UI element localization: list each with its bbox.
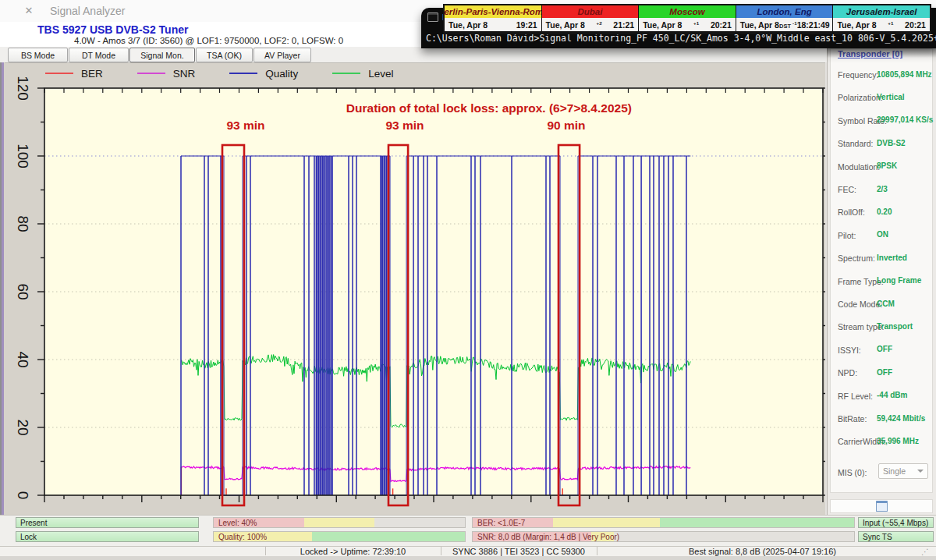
panel-button[interactable] <box>830 499 933 513</box>
tab-av-player[interactable]: AV Player <box>254 48 311 62</box>
badge-lock: Lock <box>16 531 199 542</box>
clock-time: 18:21:49 <box>797 20 830 30</box>
clock-offset: +1 <box>877 20 906 30</box>
clock-column: DubaiTue, Apr 8+221:21 <box>542 5 639 33</box>
tab-dt-mode[interactable]: DT Mode <box>69 48 129 62</box>
badge-input-55-4-mbps: Input (~55,4 Mbps) <box>858 517 934 528</box>
tuner-name: TBS 5927 USB DVB-S2 Tuner <box>37 23 188 36</box>
resize-grip[interactable]: ⋰ <box>921 548 929 556</box>
param-value: 59,424 Mbit/s <box>877 414 925 423</box>
window-title: Signal Analyzer <box>50 5 126 17</box>
param-label: RollOff: <box>838 207 865 217</box>
status-uptime: Locked -> Uptime: 72:39:10 <box>265 547 441 556</box>
clock-date: Tue, Apr 8 <box>837 20 876 30</box>
param-label: Pilot: <box>838 231 856 240</box>
param-value: 10805,894 MHz <box>877 70 932 79</box>
param-label: NPD: <box>838 368 857 377</box>
param-label: Standard: <box>838 139 874 148</box>
clock-time-row: Tue, Apr 8+120:21 <box>639 18 736 31</box>
svg-text:60: 60 <box>15 283 31 299</box>
svg-text:40: 40 <box>15 351 31 367</box>
terminal-prompt[interactable]: C:\Users\Roman Dávid>Signal Monitoring_P… <box>426 33 934 44</box>
param-value: 29997,014 KS/s <box>877 115 933 124</box>
clock-city: Moscow <box>639 5 736 18</box>
app-icon: ✕ <box>23 5 34 16</box>
clock-time: 21:21 <box>613 20 634 30</box>
param-label: BitRate: <box>838 414 867 424</box>
param-value: 35,996 MHz <box>877 437 919 445</box>
clock-time-row: Tue, Apr 8+221:21 <box>542 18 639 31</box>
param-value: 2/3 <box>877 185 888 193</box>
status-counters: SYNC 3886 | TEI 3523 | CC 59300 <box>441 547 597 556</box>
svg-text:120: 120 <box>15 76 31 101</box>
bar-quality: Quality: 100% <box>213 531 466 542</box>
clock-time-row: Tue, Apr 8+120:21 <box>833 18 930 31</box>
param-value: DVB-S2 <box>877 139 906 147</box>
param-label: Code Mode: <box>838 299 882 309</box>
clock-offset: +2 <box>585 20 614 30</box>
mis-label: MIS (0): <box>838 468 867 477</box>
clock-date: Tue, Apr 8 <box>448 20 488 30</box>
clock-time: 20:21 <box>905 20 926 30</box>
chevron-down-icon <box>917 470 924 473</box>
svg-text:0: 0 <box>15 491 31 500</box>
terminal-shadow <box>827 48 936 58</box>
bar-snr: SNR: 8,0 dB (Margin: 1,4 dB | Very Poor) <box>472 531 855 542</box>
clock-city: Jerusalem-Israel <box>833 5 930 18</box>
svg-text:100: 100 <box>15 144 31 168</box>
clock-offset: DST -1 <box>779 20 797 30</box>
world-clock-panel[interactable]: Berlin-Paris-Vienna-RomaTue, Apr 819:21D… <box>443 4 931 34</box>
clock-date: Tue, Apr 8 <box>546 20 585 30</box>
clock-column: Berlin-Paris-Vienna-RomaTue, Apr 819:21 <box>445 5 541 33</box>
tab-tsa-ok[interactable]: TSA (OK) <box>196 48 253 62</box>
tab-signal-mon[interactable]: Signal Mon. <box>129 48 195 62</box>
badge-sync-ts: Sync TS <box>858 531 934 542</box>
mis-selected-value: Single <box>883 466 906 476</box>
param-label: Spectrum: <box>838 253 875 263</box>
status-divider <box>597 547 597 555</box>
svg-text:Duration of total lock loss: a: Duration of total lock loss: approx. (6>… <box>346 101 632 115</box>
param-label: Frequency: <box>838 70 879 80</box>
signal-monitor-plot: 02040608010012093 min93 min90 minDuratio… <box>5 62 825 515</box>
clock-city: London, Eng <box>736 5 833 18</box>
clock-column: London, EngTue, Apr 8DST -118:21:49 <box>736 5 833 33</box>
param-label: FEC: <box>838 185 856 194</box>
param-value: ON <box>877 230 888 239</box>
clock-date: Tue, Apr 8 <box>740 20 779 30</box>
clock-date: Tue, Apr 8 <box>643 20 682 30</box>
svg-text:20: 20 <box>15 419 31 435</box>
status-best-signal: Best signal: 8,8 dB (2025-04-07 19:16) <box>597 547 928 556</box>
svg-text:90 min: 90 min <box>547 119 585 132</box>
tuner-details: 4.0W - Amos 3/7 (ID: 3560) @ LOF1: 97500… <box>74 36 343 45</box>
param-value: OFF <box>877 368 892 377</box>
param-value: 8PSK <box>877 161 897 170</box>
bar-level: Level: 40% <box>213 517 466 528</box>
param-label: RF Level: <box>838 392 873 401</box>
clock-city: Berlin-Paris-Vienna-Roma <box>445 5 541 18</box>
status-divider <box>265 547 266 555</box>
clock-column: Jerusalem-IsraelTue, Apr 8+120:21 <box>833 5 930 33</box>
param-value: Inverted <box>877 253 907 262</box>
terminal-icon <box>427 12 438 22</box>
param-value: OFF <box>877 345 892 353</box>
bar-ber: BER: <1.0E-7 <box>472 517 855 528</box>
param-value: Long Frame <box>877 276 921 285</box>
param-value: CCM <box>877 299 895 308</box>
svg-text:80: 80 <box>15 215 31 232</box>
param-value: Transport <box>877 322 913 331</box>
svg-text:93 min: 93 min <box>385 119 424 132</box>
clock-time: 19:21 <box>516 20 537 30</box>
clock-city: Dubai <box>542 5 639 18</box>
param-value: 0.20 <box>877 207 892 216</box>
window-bottom-edge <box>0 556 936 560</box>
param-label: ISSYI: <box>838 346 861 355</box>
status-divider <box>441 547 441 555</box>
clock-time: 20:21 <box>711 20 732 30</box>
signal-analyzer-window: ✕ Signal Analyzer TBS 5927 USB DVB-S2 Tu… <box>0 0 936 560</box>
clock-offset: +1 <box>682 20 711 30</box>
mis-dropdown[interactable]: Single <box>878 463 928 479</box>
tab-bs-mode[interactable]: BS Mode <box>8 48 68 62</box>
window-panel-icon <box>876 501 888 512</box>
param-value: -44 dBm <box>877 391 907 399</box>
clock-time-row: Tue, Apr 8DST -118:21:49 <box>736 18 833 31</box>
